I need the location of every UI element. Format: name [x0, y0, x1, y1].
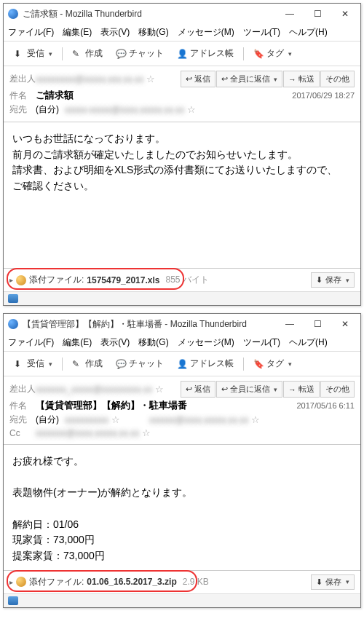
- star-icon[interactable]: ☆: [111, 414, 120, 425]
- menu-tools[interactable]: ツール(T): [243, 26, 280, 39]
- attachment-bar: ▸ 添付ファイル: 1575479_2017.xls 855 バイト ⬇ 保存 …: [4, 268, 360, 291]
- save-attachment-button[interactable]: ⬇ 保存 ▾: [311, 272, 355, 288]
- receive-button[interactable]: ⬇ 受信 ▾: [8, 44, 58, 63]
- chat-label: チャット: [129, 47, 164, 60]
- receive-label: 受信: [27, 47, 44, 60]
- menu-message[interactable]: メッセージ(M): [178, 26, 234, 39]
- star-icon[interactable]: ☆: [187, 104, 196, 115]
- from-label: 差出人: [9, 73, 36, 85]
- cc-label: Cc: [9, 428, 36, 438]
- cc-value: xxxxxxx@xxxx.xxxxx.xx.xx: [36, 428, 139, 438]
- forward-button[interactable]: →転送: [283, 381, 320, 398]
- toolbar: ⬇ 受信 ▾ ✎ 作成 💬 チャット 👤 アドレス帳 🔖 タグ ▾: [4, 42, 360, 66]
- reply-icon: ↩: [186, 384, 192, 394]
- from-value: xxxxxxx_xxxxx@xxxxxxxxx.xx: [36, 384, 152, 395]
- star-icon[interactable]: ☆: [251, 414, 260, 425]
- address-label: アドレス帳: [190, 358, 234, 370]
- body-line: お疲れ様です。: [12, 454, 352, 470]
- chat-button[interactable]: 💬 チャット: [110, 355, 170, 373]
- to-extra: xxxxx-xxxxx@xxxx.xxxxx.xx.xx: [65, 105, 184, 115]
- body-line: いつもお世話になっております。: [12, 131, 352, 147]
- chevron-down-icon: ▾: [274, 76, 277, 83]
- subject-value: 【賃貸管理部】【解約】・駐車場番: [36, 399, 296, 412]
- receive-label: 受信: [27, 358, 44, 370]
- from-value: xxxxxxxxx@xxxxx.xxx.xx.xx: [36, 74, 143, 84]
- save-icon: ⬇: [316, 577, 323, 587]
- chevron-down-icon: ▾: [288, 360, 292, 368]
- body-line: 提案家賃：73,000円: [12, 548, 352, 564]
- reply-button[interactable]: ↩返信: [181, 71, 215, 87]
- compose-button[interactable]: ✎ 作成: [66, 355, 108, 373]
- reply-button[interactable]: ↩返信: [181, 381, 215, 398]
- chevron-down-icon: ▾: [346, 578, 349, 585]
- attachment-filename[interactable]: 1575479_2017.xls: [87, 275, 159, 285]
- menu-go[interactable]: 移動(G): [138, 336, 168, 349]
- attachment-size: 2.9 KB: [183, 577, 209, 587]
- chevron-down-icon: ▾: [288, 50, 292, 58]
- body-line: 前月のご請求額が確定いたしましたのでお知らせいたします。: [12, 147, 352, 163]
- chat-button[interactable]: 💬 チャット: [110, 44, 170, 63]
- chevron-down-icon: ▾: [49, 50, 52, 58]
- to-label: 宛先: [9, 414, 36, 426]
- reply-all-button[interactable]: ↩全員に返信▾: [216, 71, 282, 87]
- maximize-button[interactable]: ☐: [304, 315, 331, 333]
- app-icon: [8, 9, 18, 19]
- save-attachment-button[interactable]: ⬇ 保存 ▾: [311, 574, 355, 590]
- reply-all-button[interactable]: ↩全員に返信▾: [216, 381, 282, 398]
- tag-button[interactable]: 🔖 タグ ▾: [248, 44, 298, 63]
- menu-message[interactable]: メッセージ(M): [178, 336, 234, 349]
- menu-go[interactable]: 移動(G): [138, 26, 168, 39]
- chat-icon: 💬: [116, 49, 126, 59]
- star-icon[interactable]: ☆: [155, 384, 164, 395]
- address-button[interactable]: 👤 アドレス帳: [171, 355, 240, 373]
- attachment-label: 添付ファイル:: [29, 274, 84, 286]
- star-icon[interactable]: ☆: [142, 427, 151, 438]
- window-title: ご請求額 - Mozilla Thunderbird: [23, 8, 276, 20]
- attachment-filename[interactable]: 01.06_16.5.2017_3.zip: [87, 577, 176, 587]
- tag-button[interactable]: 🔖 タグ ▾: [248, 355, 298, 373]
- window-title: 【賃貸管理部】【解約】・駐車場番 - Mozilla Thunderbird: [23, 318, 276, 331]
- body-line: 請求書、および明細をXLS形式の添付書類にてお送りいたしますので、: [12, 162, 352, 178]
- status-icon: [8, 294, 18, 303]
- person-icon: 👤: [177, 359, 187, 369]
- menu-tools[interactable]: ツール(T): [243, 336, 280, 349]
- attachment-size: 855 バイト: [165, 274, 208, 286]
- menu-file[interactable]: ファイル(F): [8, 26, 54, 39]
- reply-all-icon: ↩: [221, 384, 228, 394]
- menu-view[interactable]: 表示(V): [100, 336, 130, 349]
- tag-icon: 🔖: [253, 359, 264, 369]
- expand-icon[interactable]: ▸: [9, 578, 13, 586]
- compose-label: 作成: [85, 358, 103, 370]
- body-line: 現家賃：73,000円: [12, 532, 352, 548]
- close-button[interactable]: ✕: [331, 315, 359, 333]
- chat-icon: 💬: [116, 359, 126, 369]
- menu-edit[interactable]: 編集(E): [63, 336, 92, 349]
- address-button[interactable]: 👤 アドレス帳: [171, 44, 240, 63]
- status-icon: [8, 596, 18, 605]
- menu-help[interactable]: ヘルプ(H): [289, 26, 328, 39]
- minimize-button[interactable]: —: [276, 5, 304, 23]
- forward-icon: →: [288, 75, 296, 84]
- receive-button[interactable]: ⬇ 受信 ▾: [8, 355, 58, 373]
- close-button[interactable]: ✕: [331, 5, 359, 23]
- menu-view[interactable]: 表示(V): [100, 26, 130, 39]
- minimize-button[interactable]: —: [276, 315, 304, 333]
- forward-button[interactable]: →転送: [283, 71, 320, 87]
- titlebar: ご請求額 - Mozilla Thunderbird — ☐ ✕: [4, 4, 360, 24]
- separator: [62, 47, 63, 60]
- star-icon[interactable]: ☆: [146, 74, 155, 84]
- menu-help[interactable]: ヘルプ(H): [289, 336, 328, 349]
- subject-label: 件名: [9, 400, 36, 412]
- titlebar: 【賃貸管理部】【解約】・駐車場番 - Mozilla Thunderbird —…: [4, 314, 360, 334]
- maximize-button[interactable]: ☐: [304, 5, 331, 23]
- compose-label: 作成: [85, 47, 103, 60]
- tag-icon: 🔖: [253, 49, 264, 59]
- other-button[interactable]: その他: [320, 71, 355, 87]
- menu-file[interactable]: ファイル(F): [8, 336, 54, 349]
- menubar: ファイル(F) 編集(E) 表示(V) 移動(G) メッセージ(M) ツール(T…: [4, 24, 360, 42]
- expand-icon[interactable]: ▸: [9, 276, 13, 284]
- save-icon: ⬇: [316, 275, 323, 285]
- compose-button[interactable]: ✎ 作成: [66, 44, 108, 63]
- menu-edit[interactable]: 編集(E): [63, 26, 92, 39]
- other-button[interactable]: その他: [320, 381, 355, 398]
